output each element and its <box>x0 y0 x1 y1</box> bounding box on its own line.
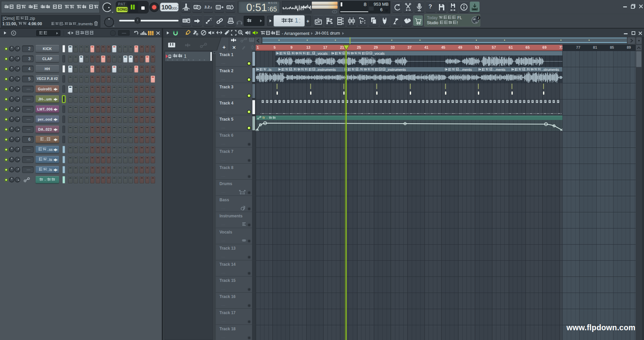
svg-text:2: 2 <box>478 16 479 19</box>
